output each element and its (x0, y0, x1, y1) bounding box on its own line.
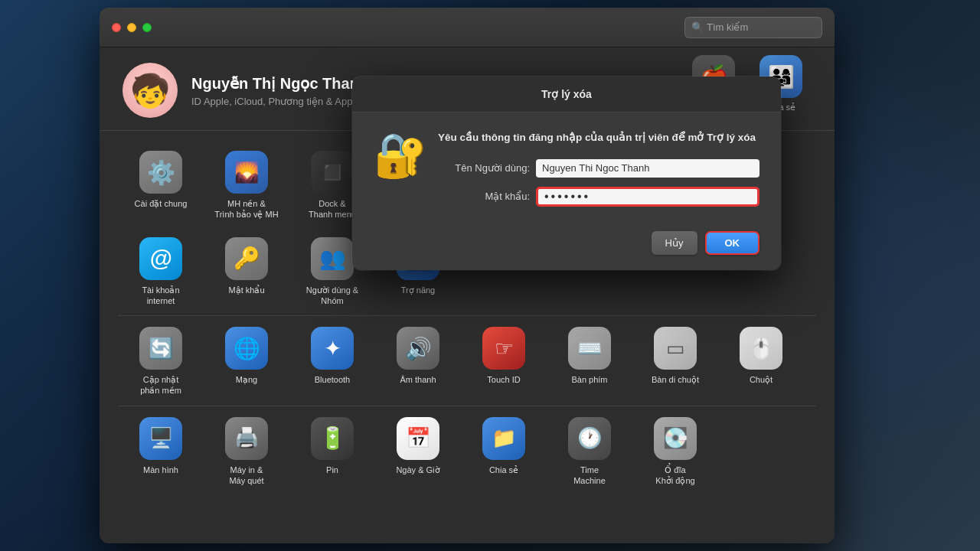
close-button[interactable] (112, 23, 121, 32)
mouse-label: Chuột (750, 374, 773, 385)
printers-item[interactable]: 🖨️ Máy in &Máy quét (204, 409, 289, 493)
bluetooth-item[interactable]: ✦ Bluetooth (289, 319, 375, 403)
avatar-image: 🧒 (122, 63, 178, 118)
startup-disk-icon: 💽 (654, 417, 697, 460)
profile-info: Nguyễn Thị Ngọc Thanh ID Apple, iCloud, … (191, 74, 379, 107)
password-input[interactable] (536, 187, 760, 207)
search-placeholder: Tìm kiếm (707, 21, 748, 33)
trackpad-item[interactable]: ▭ Bàn di chuột (632, 319, 718, 403)
trackpad-icon: ▭ (654, 327, 697, 370)
avatar: 🧒 (122, 63, 178, 118)
software-update-item[interactable]: 🔄 Cập nhậtphần mềm (118, 319, 204, 403)
bluetooth-icon: ✦ (311, 327, 354, 370)
display-label: Màn hình (143, 465, 178, 475)
sound-item[interactable]: 🔊 Âm thanh (375, 319, 461, 403)
startup-disk-item[interactable]: 💽 Ổ đĩaKhởi động (632, 409, 718, 493)
profile-name: Nguyễn Thị Ngọc Thanh (191, 74, 379, 93)
network-item[interactable]: 🌐 Mạng (204, 319, 289, 403)
mouse-icon: 🖱️ (740, 327, 782, 370)
dock-icon: ◼️ (311, 151, 354, 194)
search-icon: 🔍 (691, 21, 704, 33)
password-label: Mật khẩu: (438, 191, 530, 202)
users-groups-label: Người dùng &Nhóm (306, 285, 358, 307)
ok-button[interactable]: OK (705, 231, 760, 255)
printers-label: Máy in &Máy quét (229, 465, 263, 487)
dialog-title: Trợ lý xóa (541, 88, 592, 100)
minimize-button[interactable] (127, 23, 136, 32)
wallpaper-item[interactable]: 🌄 MH nền &Trình bảo vệ MH (204, 143, 289, 227)
time-machine-item[interactable]: 🕐 TimeMachine (547, 409, 632, 493)
dialog-message: Yêu cầu thông tin đăng nhập của quản trị… (438, 131, 760, 145)
titlebar: 🔍 Tìm kiếm (100, 8, 835, 47)
software-update-icon: 🔄 (139, 327, 182, 370)
display-item[interactable]: 🖥️ Màn hình (118, 409, 204, 493)
passwords-icon: 🔑 (225, 237, 268, 280)
general-settings-item[interactable]: ⚙️ Cài đặt chung (118, 143, 204, 227)
internet-accounts-icon: @ (139, 237, 182, 280)
lock-icon: 🔐 (374, 134, 427, 177)
battery-item[interactable]: 🔋 Pin (289, 409, 375, 493)
bluetooth-label: Bluetooth (315, 374, 350, 385)
touch-id-item[interactable]: ☞ Touch ID (461, 319, 547, 403)
display-icon: 🖥️ (139, 417, 182, 460)
fullscreen-button[interactable] (142, 23, 152, 32)
startup-disk-label: Ổ đĩaKhởi động (655, 465, 694, 487)
sharing-icon: 📁 (482, 417, 525, 460)
traffic-lights (112, 23, 152, 32)
keyboard-icon: ⌨️ (568, 327, 611, 370)
general-settings-label: Cài đặt chung (135, 198, 188, 209)
network-icon: 🌐 (225, 327, 268, 370)
accessibility-label: Trợ năng (401, 285, 436, 295)
sharing-label: Chia sẻ (489, 465, 518, 475)
battery-icon: 🔋 (311, 417, 354, 460)
passwords-item[interactable]: 🔑 Mật khẩu (204, 230, 289, 313)
search-bar[interactable]: 🔍 Tìm kiếm (684, 17, 822, 38)
cancel-button[interactable]: Hủy (652, 231, 697, 255)
username-row: Tên Người dùng: (438, 159, 760, 178)
username-input[interactable] (536, 159, 760, 178)
battery-label: Pin (326, 465, 338, 475)
password-row: Mật khẩu: (438, 187, 760, 207)
sound-icon: 🔊 (397, 327, 439, 370)
erase-assistant-dialog: Trợ lý xóa 🔐 Yêu cầu thông tin đăng nhập… (352, 77, 781, 270)
dialog-content: Yêu cầu thông tin đăng nhập của quản trị… (438, 131, 760, 216)
lock-icon-container: 🔐 (374, 131, 423, 186)
wallpaper-label: MH nền &Trình bảo vệ MH (214, 198, 278, 220)
internet-accounts-label: Tài khoảninternet (142, 285, 179, 307)
wallpaper-icon: 🌄 (225, 151, 268, 194)
mouse-item[interactable]: 🖱️ Chuột (718, 319, 804, 403)
dialog-titlebar: Trợ lý xóa (352, 77, 781, 112)
touch-id-label: Touch ID (487, 374, 520, 385)
network-label: Mạng (236, 374, 257, 385)
icons-row-3: 🔄 Cập nhậtphần mềm 🌐 Mạng ✦ Bluetooth 🔊 (118, 319, 816, 403)
keyboard-label: Bàn phím (571, 374, 607, 385)
time-machine-label: TimeMachine (573, 465, 606, 487)
software-update-label: Cập nhậtphần mềm (140, 374, 181, 396)
username-label: Tên Người dùng: (438, 162, 530, 174)
sharing-item[interactable]: 📁 Chia sẻ (461, 409, 547, 493)
divider-1 (118, 315, 816, 316)
divider-2 (118, 406, 816, 406)
printers-icon: 🖨️ (225, 417, 268, 460)
dialog-body: 🔐 Yêu cầu thông tin đăng nhập của quản t… (352, 112, 781, 231)
time-machine-icon: 🕐 (568, 417, 611, 460)
passwords-label: Mật khẩu (228, 285, 264, 295)
general-settings-icon: ⚙️ (139, 151, 182, 194)
sound-label: Âm thanh (400, 374, 436, 385)
date-time-item[interactable]: 📅 Ngày & Giờ (375, 409, 461, 493)
profile-subtitle: ID Apple, iCloud, Phương tiện & App Stor… (191, 96, 379, 107)
internet-accounts-item[interactable]: @ Tài khoảninternet (118, 230, 204, 313)
trackpad-label: Bàn di chuột (652, 374, 699, 385)
date-time-icon: 📅 (397, 417, 439, 460)
users-groups-icon: 👥 (311, 237, 354, 280)
date-time-label: Ngày & Giờ (396, 465, 439, 475)
keyboard-item[interactable]: ⌨️ Bàn phím (547, 319, 632, 403)
dock-label: Dock &Thanh menu (309, 198, 356, 220)
touch-id-icon: ☞ (482, 327, 525, 370)
dialog-buttons: Hủy OK (352, 231, 781, 270)
icons-row-4: 🖥️ Màn hình 🖨️ Máy in &Máy quét 🔋 Pin 📅 (118, 409, 816, 493)
